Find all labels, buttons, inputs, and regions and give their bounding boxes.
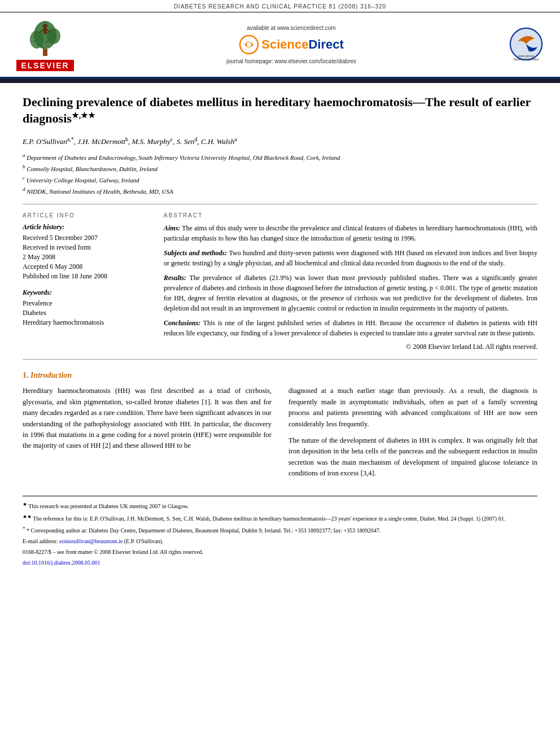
email-suffix: (E.P. O'Sullivan).: [124, 538, 164, 544]
svg-point-11: [247, 42, 251, 47]
author-2-sup: b: [125, 136, 128, 142]
footnotes: ★ This research was presented at Diabete…: [23, 496, 537, 567]
page: DIABETES RESEARCH AND CLINICAL PRACTICE …: [0, 0, 560, 747]
aff-label-c: c: [23, 175, 25, 181]
authors-line: E.P. O'Sullivana,*, J.H. McDermottb, M.S…: [23, 136, 537, 146]
intro-right-col: diagnosed at a much earlier stage than p…: [288, 386, 537, 484]
author-3: M.S. Murphy: [132, 137, 170, 146]
divider-1: [23, 204, 537, 204]
results-text: The prevalence of diabetes (21.9%) was l…: [164, 274, 537, 312]
conclusions-text: This is one of the largest published ser…: [164, 319, 537, 337]
email-link[interactable]: eoinosullivan@beaumont.ie: [59, 538, 123, 544]
intro-section: 1. Introduction Hereditary haemochromato…: [23, 371, 537, 484]
footnote-2: ★★ The reference for this is: E.P. O'Sul…: [23, 513, 537, 523]
title-text: Declining prevalence of diabetes mellitu…: [23, 95, 531, 125]
intro-para-3: The nature of the development of diabete…: [288, 435, 537, 479]
svg-text:Diabetes Federation: Diabetes Federation: [513, 58, 539, 61]
author-4: S. Sen: [177, 137, 195, 146]
history-label: Article history:: [23, 223, 147, 231]
affiliation-3: c University College Hospital, Galway, I…: [23, 174, 537, 185]
intro-left-col: Hereditary haemochromatosis (HH) was fir…: [23, 386, 272, 484]
svg-point-4: [30, 30, 43, 49]
author-1: E.P. O'Sullivan: [23, 137, 67, 146]
title-stars: ★,★★: [72, 111, 96, 120]
svg-rect-7: [43, 28, 47, 34]
journal-header: DIABETES RESEARCH AND CLINICAL PRACTICE …: [0, 0, 560, 12]
fn3-label: * Corresponding author at:: [27, 527, 87, 534]
keyword-1: Prevalence: [23, 299, 147, 308]
footnote-1: ★ This research was presented at Diabete…: [23, 501, 537, 510]
article-history: Article history: Received 5 December 200…: [23, 223, 147, 281]
revised-label: Received in revised form: [23, 243, 147, 252]
aff-text-a: Department of Diabetes and Endocrinology…: [27, 154, 340, 161]
accepted-date: Accepted 6 May 2008: [23, 263, 147, 271]
keyword-3: Hereditary haemochromatosis: [23, 318, 147, 327]
aims-label: Aims:: [164, 224, 180, 232]
intro-title: Introduction: [30, 371, 72, 379]
keyword-2: Diabetes: [23, 309, 147, 317]
aims-text: The aims of this study were to describe …: [164, 224, 537, 242]
footnote-3: * * Corresponding author at: Diabetes Da…: [23, 525, 537, 535]
doi-link[interactable]: doi:10.1016/j.diabres.2008.05.001: [23, 560, 100, 566]
author-5-sup: a: [234, 136, 237, 142]
article-info-heading: ARTICLE INFO: [23, 212, 147, 219]
article-info-col: ARTICLE INFO Article history: Received 5…: [23, 212, 147, 351]
idf-logo: International Diabetes Federation: [504, 24, 549, 65]
keywords-block: Keywords: Prevalence Diabetes Hereditary…: [23, 289, 147, 327]
author-2: J.H. McDermott: [77, 137, 125, 146]
email-label: E-mail address:: [23, 538, 58, 544]
journal-title: DIABETES RESEARCH AND CLINICAL PRACTICE …: [174, 3, 386, 10]
affiliation-2: b Connolly Hospital, Blanchardstown, Dub…: [23, 163, 537, 173]
affiliations: a Department of Diabetes and Endocrinolo…: [23, 152, 537, 196]
revised-date: 2 May 2008: [23, 253, 147, 261]
intro-heading: 1. Introduction: [23, 371, 537, 380]
fn2-star: ★★: [23, 514, 32, 519]
issn-text: 0168-8227/$ – see front matter © 2008 El…: [23, 549, 203, 555]
keywords-label: Keywords:: [23, 289, 147, 297]
author-3-sup: c: [170, 136, 173, 142]
author-1-sup: a,*: [67, 136, 74, 142]
logo-area: ELSEVIER available at www.sciencedirect.…: [0, 12, 560, 78]
abstract-results: Results: The prevalence of diabetes (21.…: [164, 273, 537, 313]
received-date: Received 5 December 2007: [23, 234, 147, 242]
aff-label-b: b: [23, 164, 25, 169]
sd-logo: ScienceDirect: [79, 34, 504, 55]
fn1-star: ★: [23, 501, 27, 507]
abstract-subjects: Subjects and methods: Two hundred and th…: [164, 248, 537, 268]
svg-rect-0: [43, 49, 47, 56]
sciencedirect-center: available at www.sciencedirect.com Scien…: [79, 25, 504, 64]
sd-name: ScienceDirect: [261, 37, 344, 52]
journal-url: journal homepage: www.elsevier.com/locat…: [79, 58, 504, 64]
intro-para-1: Hereditary haemochromatosis (HH) was fir…: [23, 386, 272, 451]
elsevier-tree-icon: [23, 18, 68, 58]
sd-icon: [239, 34, 259, 55]
footnote-email: E-mail address: eoinosullivan@beaumont.i…: [23, 537, 537, 545]
affiliation-1: a Department of Diabetes and Endocrinolo…: [23, 152, 537, 162]
aff-text-c: University College Hospital, Galway, Ire…: [27, 177, 139, 184]
author-4-sup: d: [195, 136, 198, 142]
aff-label-a: a: [23, 152, 25, 158]
elsevier-logo: ELSEVIER: [11, 18, 79, 71]
subjects-label: Subjects and methods:: [164, 249, 227, 257]
conclusions-label: Conclusions:: [164, 319, 200, 327]
fn1-text: This research was presented at Diabetes …: [28, 504, 189, 510]
aff-text-b: Connolly Hospital, Blanchardstown, Dubli…: [27, 165, 158, 172]
intro-para-2: diagnosed at a much earlier stage than p…: [288, 386, 537, 430]
abstract-heading: ABSTRACT: [164, 212, 537, 219]
fn2-text: The reference for this is: E.P. O'Sulliv…: [33, 516, 505, 522]
idf-icon: International Diabetes Federation: [506, 24, 546, 64]
published-date: Published on line 18 June 2008: [23, 272, 147, 281]
aff-label-d: d: [23, 186, 25, 192]
copyright-line: © 2008 Elsevier Ireland Ltd. All rights …: [164, 343, 537, 351]
available-text: available at www.sciencedirect.com: [79, 25, 504, 31]
dark-divider: [0, 78, 560, 83]
abstract-col: ABSTRACT Aims: The aims of this study we…: [164, 212, 537, 351]
aff-text-d: NIDDK, National Institutes of Health, Be…: [27, 188, 173, 195]
abstract-aims: Aims: The aims of this study were to des…: [164, 223, 537, 243]
info-abstract-section: ARTICLE INFO Article history: Received 5…: [23, 212, 537, 351]
intro-num: 1.: [23, 371, 29, 379]
svg-point-6: [43, 24, 47, 28]
footnote-doi: doi:10.1016/j.diabres.2008.05.001: [23, 558, 537, 567]
abstract-conclusions: Conclusions: This is one of the largest …: [164, 318, 537, 338]
intro-body: Hereditary haemochromatosis (HH) was fir…: [23, 386, 537, 484]
